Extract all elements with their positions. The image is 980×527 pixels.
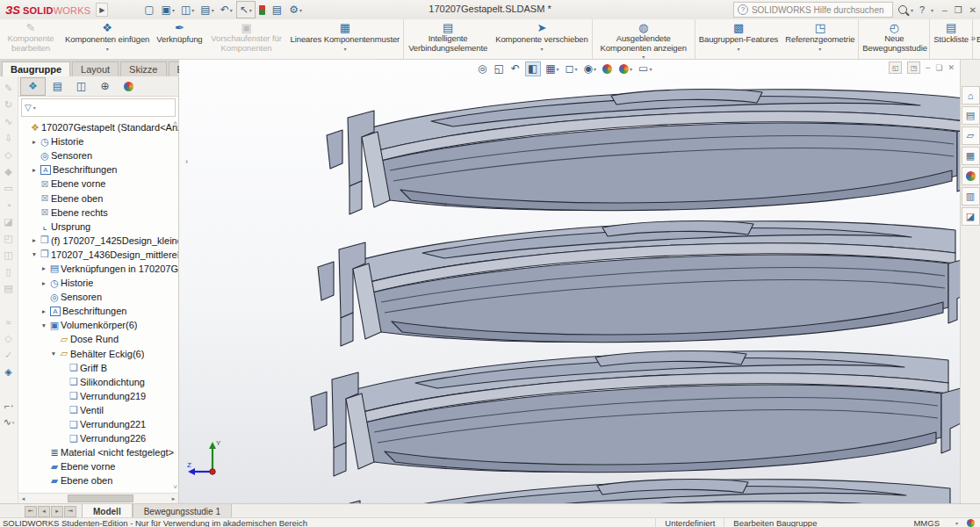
- tree-filter-input[interactable]: ▽ ▾: [21, 98, 176, 117]
- expander-icon[interactable]: ▸: [40, 264, 48, 272]
- tree-item[interactable]: ≣ Material <nicht festgelegt>: [18, 445, 178, 459]
- tree-scroll-down-icon[interactable]: ˅: [173, 483, 177, 491]
- move-component-icon[interactable]: ➤ Komponente verschieben ▾: [492, 19, 593, 59]
- tree-item[interactable]: ❑ Verrundung219: [18, 389, 178, 403]
- expander-icon[interactable]: ▸: [30, 236, 39, 244]
- displaymanager-tab-icon[interactable]: [117, 78, 141, 95]
- close-button[interactable]: ✕: [969, 5, 976, 15]
- search-dropdown-icon[interactable]: ▾: [911, 7, 913, 13]
- tree-item[interactable]: ◎ Sensoren: [18, 148, 178, 162]
- rail-spline2-icon[interactable]: ∿ ▾: [0, 414, 18, 430]
- new-file-icon[interactable]: ▢: [141, 2, 157, 18]
- tree-item[interactable]: ▰ Ebene vorne: [18, 459, 178, 473]
- dimxpertmanager-tab-icon[interactable]: ⊕: [93, 78, 117, 95]
- edit-component-icon[interactable]: ✎ Komponente bearbeiten: [0, 19, 61, 59]
- select-cursor-icon[interactable]: ↖ ▾: [236, 1, 256, 18]
- tree-item[interactable]: ⌞ Ursprung: [18, 220, 178, 234]
- document-tab[interactable]: Bewegungsstudie 1: [133, 504, 232, 518]
- menu-expand-arrow[interactable]: ▶: [96, 3, 108, 17]
- rail-table-icon[interactable]: ▤: [0, 280, 18, 297]
- viewport-close-icon[interactable]: ✕: [948, 63, 955, 72]
- rail-separator[interactable]: [0, 297, 18, 314]
- tree-item[interactable]: ▸ ❒ (f) 170207_1425Design_kleinel: [18, 234, 178, 248]
- rail-instant3d-icon[interactable]: ◈: [0, 364, 18, 380]
- rail-fillet-icon[interactable]: ◔: [0, 197, 18, 213]
- insert-components-icon[interactable]: ❖ Komponenten einfügen ▾: [61, 19, 153, 59]
- section-view-icon[interactable]: ◧: [525, 61, 541, 76]
- window-doc-restore-icon[interactable]: ◱: [889, 61, 902, 74]
- rail-refgeom-icon[interactable]: ⌐ ▾: [0, 397, 18, 414]
- hide-show-items-icon[interactable]: ◉ ▾: [582, 62, 599, 76]
- rail-shell-icon[interactable]: ◪: [0, 213, 18, 230]
- appearances-icon[interactable]: [962, 167, 980, 185]
- assembly-features-icon[interactable]: ▩ Baugruppen-Features ▾: [695, 19, 782, 59]
- rail-rotate-icon[interactable]: ↻: [0, 97, 18, 113]
- zoom-fit-icon[interactable]: ◎: [476, 62, 489, 76]
- file-explorer-icon[interactable]: ▱: [962, 126, 980, 145]
- tab-prev-icon[interactable]: ◂: [38, 506, 50, 517]
- component-preview-icon[interactable]: ▣ Vorschaufenster für Komponenten: [206, 19, 287, 59]
- options-gear-icon[interactable]: ⚙ ▾: [286, 2, 305, 18]
- tab-next-icon[interactable]: ▸: [51, 506, 63, 517]
- rebuild-icon[interactable]: [256, 2, 269, 18]
- rail-sketch-icon[interactable]: ✎: [0, 80, 18, 97]
- view-orientation-icon[interactable]: ▦ ▾: [544, 62, 560, 76]
- design-library-icon[interactable]: ▤: [962, 106, 980, 125]
- bill-of-materials-icon[interactable]: ▤ Stückliste: [930, 19, 973, 59]
- tree-item[interactable]: ❑ Ventil: [18, 403, 178, 417]
- rail-spline-icon[interactable]: ∿: [0, 113, 18, 130]
- tree-item[interactable]: ❑ Griff B: [18, 361, 178, 375]
- rail-feature2-icon[interactable]: ◆: [0, 163, 18, 180]
- featuremanager-tab-icon[interactable]: ❖: [20, 77, 46, 96]
- tab-first-icon[interactable]: ⇤: [25, 506, 37, 517]
- tree-item[interactable]: ▾ ▱ Behälter Eckig(6): [18, 347, 178, 361]
- help-search-input[interactable]: ? SOLIDWORKS Hilfe durchsuchen: [733, 2, 893, 18]
- view-settings-icon[interactable]: ▭ ▾: [637, 62, 653, 76]
- tree-item[interactable]: ▸ ◷ Historie: [18, 134, 178, 148]
- tree-item[interactable]: ❖ 170207Gestapelt (Standard<Anz: [18, 120, 178, 134]
- help-button[interactable]: ?: [917, 4, 927, 15]
- expander-icon[interactable]: ▸: [30, 138, 39, 146]
- expander-icon[interactable]: ▸: [40, 279, 48, 287]
- tree-item[interactable]: ⊠ Ebene rechts: [18, 206, 178, 220]
- print-icon[interactable]: ▤ ▾: [198, 2, 216, 18]
- display-style-icon[interactable]: ◻ ▾: [564, 62, 580, 76]
- hscroll-thumb[interactable]: [68, 495, 133, 502]
- hscroll-right-icon[interactable]: ▸: [169, 495, 178, 502]
- tree-item[interactable]: ⊠ Ebene oben: [18, 191, 178, 205]
- units-dropdown-icon[interactable]: ▾: [955, 520, 958, 526]
- tree-item[interactable]: ❑ Silikondichtung: [18, 375, 178, 389]
- file-properties-icon[interactable]: ▤: [270, 2, 285, 18]
- window-doc-restore2-icon[interactable]: ◳: [907, 61, 920, 74]
- rail-rib-icon[interactable]: ◫: [0, 247, 18, 264]
- rail-check-icon[interactable]: ✓: [0, 347, 18, 364]
- status-sphere-icon[interactable]: [967, 519, 975, 527]
- viewport-minimize-icon[interactable]: –: [926, 63, 930, 72]
- smart-fasteners-icon[interactable]: ▤ Intelligente Verbindungselemente: [404, 19, 492, 59]
- home-icon[interactable]: ⌂: [962, 86, 980, 105]
- rail-separator2[interactable]: [0, 380, 18, 397]
- apply-scene-icon[interactable]: ▾: [617, 63, 634, 75]
- tab-last-icon[interactable]: ⇥: [64, 506, 76, 517]
- tree-item[interactable]: ❑ Verrundung226: [18, 431, 178, 445]
- show-hidden-components-icon[interactable]: ◍ Ausgeblendete Komponenten anzeigen ▾: [593, 19, 695, 59]
- propertymanager-tab-icon[interactable]: ▤: [46, 78, 69, 95]
- view-palette-icon[interactable]: ▦: [962, 147, 980, 165]
- forum-icon[interactable]: ◪: [962, 207, 980, 226]
- expander-icon[interactable]: ▾: [49, 350, 58, 357]
- configurationmanager-tab-icon[interactable]: ◫: [69, 78, 93, 95]
- tree-item[interactable]: ▾ ▣ Volumenkörper(6): [18, 318, 178, 332]
- expander-icon[interactable]: ▸: [30, 166, 39, 174]
- edit-appearance-icon[interactable]: [601, 63, 615, 75]
- tree-item[interactable]: ▸ A Beschriftungen: [18, 304, 178, 318]
- custom-properties-icon[interactable]: ▥: [962, 187, 980, 206]
- tree-item[interactable]: ▰ Ebene oben: [18, 473, 178, 487]
- ribbon-tab[interactable]: Baugruppe: [2, 61, 70, 76]
- rail-diamond-icon[interactable]: ◇: [0, 330, 18, 347]
- previous-view-icon[interactable]: ↶: [509, 62, 522, 76]
- rail-mirror-icon[interactable]: ◰: [0, 230, 18, 247]
- help-dropdown-icon[interactable]: ▾: [931, 7, 933, 13]
- tree-scroll-up-icon[interactable]: ˄: [173, 119, 177, 127]
- tree-item[interactable]: ❑ Verrundung221: [18, 417, 178, 431]
- tree-horizontal-scrollbar[interactable]: ◂ ▸: [18, 493, 178, 503]
